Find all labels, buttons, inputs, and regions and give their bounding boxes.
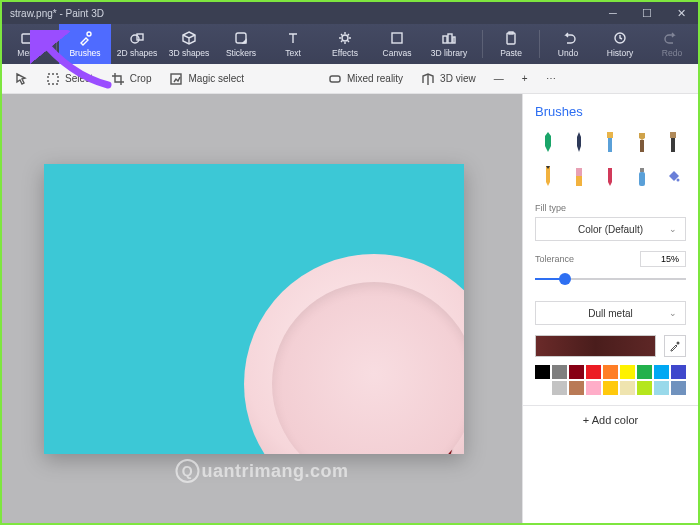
text-label: Text (285, 48, 301, 58)
undo-button[interactable]: Undo (542, 24, 594, 64)
2d-shapes-icon (129, 30, 145, 46)
palette-swatch[interactable] (671, 381, 686, 395)
brush-marker[interactable] (535, 129, 560, 155)
more-options-button[interactable]: ⋯ (542, 70, 560, 87)
palette-swatch[interactable] (535, 365, 550, 379)
svg-rect-17 (608, 138, 612, 152)
palette-swatch[interactable] (586, 365, 601, 379)
brushes-tab[interactable]: Brushes (59, 24, 111, 64)
svg-rect-0 (22, 34, 34, 43)
magic-select-tool[interactable]: Magic select (165, 69, 248, 89)
paste-icon (503, 30, 519, 46)
palette-swatch[interactable] (637, 381, 652, 395)
history-label: History (607, 48, 633, 58)
material-dropdown[interactable]: Dull metal ⌄ (535, 301, 686, 325)
3dview-label: 3D view (440, 73, 476, 84)
canvas-area[interactable]: Q uantrimang.com (2, 94, 522, 523)
canvas-label: Canvas (383, 48, 412, 58)
canvas-icon (389, 30, 405, 46)
palette-swatch[interactable] (552, 365, 567, 379)
palette-swatch[interactable] (535, 381, 550, 395)
menu-button[interactable]: Menu (2, 24, 54, 64)
brush-eraser[interactable] (566, 163, 591, 189)
palette-swatch[interactable] (620, 365, 635, 379)
brush-calligraphy[interactable] (566, 129, 591, 155)
history-icon (612, 30, 628, 46)
svg-rect-7 (443, 36, 447, 43)
pointer-icon (14, 72, 28, 86)
watermark-logo-icon: Q (175, 459, 199, 483)
palette-swatch[interactable] (637, 365, 652, 379)
3d-shapes-tab[interactable]: 3D shapes (163, 24, 215, 64)
3d-library-tab[interactable]: 3D library (423, 24, 475, 64)
crop-label: Crop (130, 73, 152, 84)
window-title: straw.png* - Paint 3D (10, 8, 104, 19)
redo-button[interactable]: Redo (646, 24, 698, 64)
palette-swatch[interactable] (671, 365, 686, 379)
current-color-swatch[interactable] (535, 335, 656, 357)
canvas-image[interactable] (44, 164, 464, 454)
history-button[interactable]: History (594, 24, 646, 64)
mixed-reality-tool[interactable]: Mixed reality (324, 69, 407, 89)
eyedropper-button[interactable] (664, 335, 686, 357)
minimize-button[interactable]: ─ (596, 2, 630, 24)
paste-label: Paste (500, 48, 522, 58)
slider-thumb[interactable] (559, 273, 571, 285)
maximize-button[interactable]: ☐ (630, 2, 664, 24)
svg-rect-6 (392, 33, 402, 43)
brush-pencil[interactable] (535, 163, 560, 189)
palette-swatch[interactable] (569, 365, 584, 379)
brush-oil[interactable] (598, 129, 623, 155)
zoom-out-button[interactable]: — (490, 70, 508, 87)
library-label: 3D library (431, 48, 467, 58)
3d-shapes-label: 3D shapes (169, 48, 210, 58)
2d-shapes-tab[interactable]: 2D shapes (111, 24, 163, 64)
brush-fill[interactable] (661, 163, 686, 189)
zoom-in-button[interactable]: + (518, 70, 532, 87)
palette-swatch[interactable] (620, 381, 635, 395)
select-tool[interactable]: Select (42, 69, 97, 89)
ribbon-spacer (475, 24, 480, 64)
paste-button[interactable]: Paste (485, 24, 537, 64)
palette-swatch[interactable] (654, 381, 669, 395)
brush-watercolor[interactable] (629, 129, 654, 155)
palette-swatch[interactable] (552, 381, 567, 395)
palette-swatch[interactable] (569, 381, 584, 395)
library-icon (441, 30, 457, 46)
watermark-text: uantrimang.com (201, 461, 348, 482)
crop-tool[interactable]: Crop (107, 69, 156, 89)
effects-tab[interactable]: Effects (319, 24, 371, 64)
brush-pixel[interactable] (661, 129, 686, 155)
palette-swatch[interactable] (603, 381, 618, 395)
magic-label: Magic select (188, 73, 244, 84)
palette-swatch[interactable] (586, 381, 601, 395)
text-tab[interactable]: Text (267, 24, 319, 64)
fill-type-dropdown[interactable]: Color (Default) ⌄ (535, 217, 686, 241)
tolerance-label: Tolerance (535, 254, 574, 264)
text-icon (285, 30, 301, 46)
fill-type-value: Color (Default) (578, 224, 643, 235)
brush-spray[interactable] (629, 163, 654, 189)
svg-rect-19 (670, 132, 676, 138)
3d-view-tool[interactable]: 3D view (417, 69, 480, 89)
canvas-tab[interactable]: Canvas (371, 24, 423, 64)
palette-swatch[interactable] (603, 365, 618, 379)
palette-swatch[interactable] (654, 365, 669, 379)
redo-label: Redo (662, 48, 682, 58)
main-area: Q uantrimang.com Brushes Fill type Color… (2, 94, 698, 523)
tolerance-input[interactable] (640, 251, 686, 267)
separator (539, 30, 540, 58)
pointer-tool[interactable] (10, 69, 32, 89)
chevron-down-icon: ⌄ (669, 224, 677, 234)
svg-rect-15 (330, 76, 340, 82)
menu-icon (20, 30, 36, 46)
close-button[interactable]: ✕ (664, 2, 698, 24)
svg-rect-21 (576, 168, 582, 176)
svg-rect-18 (640, 140, 644, 152)
tolerance-slider[interactable] (535, 271, 686, 287)
select-label: Select (65, 73, 93, 84)
brush-crayon[interactable] (598, 163, 623, 189)
stickers-tab[interactable]: Stickers (215, 24, 267, 64)
chevron-down-icon: ⌄ (669, 308, 677, 318)
add-color-button[interactable]: + Add color (523, 405, 698, 426)
